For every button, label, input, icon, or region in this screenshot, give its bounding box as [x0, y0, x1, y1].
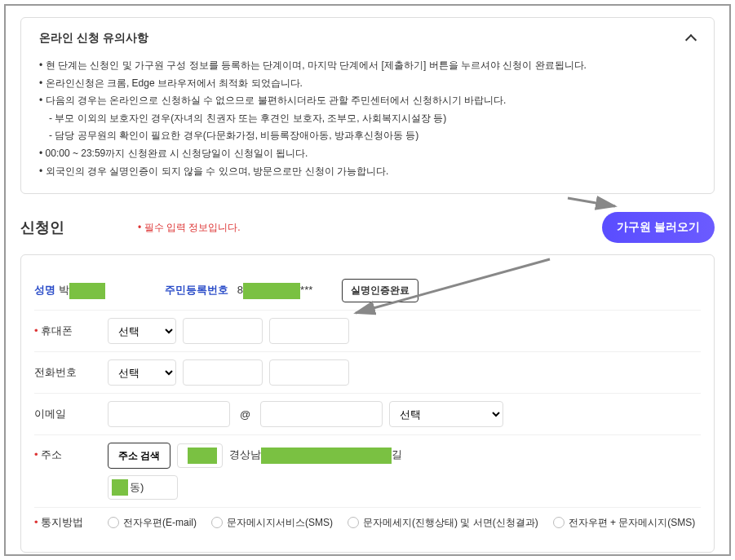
mobile-last-input[interactable] — [269, 318, 349, 344]
label-email: 이메일 — [34, 407, 108, 421]
guide-panel: 온라인 신청 유의사항 • 현 단계는 신청인 및 가구원 구성 정보를 등록하… — [20, 17, 715, 194]
row-name-ssn: 성명 박 주민등록번호 8*** 실명인증완료 — [34, 271, 701, 311]
tel-mid-input[interactable] — [183, 359, 263, 386]
required-note: • 필수 입력 정보입니다. — [138, 221, 241, 235]
applicant-title: 신청인 — [20, 218, 64, 237]
row-mobile: 휴대폰 선택 — [34, 311, 701, 352]
email-domain-select[interactable]: 선택 — [389, 401, 503, 427]
guide-notes: • 현 단계는 신청인 및 가구원 구성 정보를 등록하는 단계이며, 마지막 … — [39, 57, 696, 180]
chevron-up-icon — [684, 33, 696, 44]
label-ssn: 주민등록번호 8*** — [165, 283, 312, 299]
note-sub: - 부모 이외의 보호자인 경우(자녀의 친권자 또는 후견인 보호자, 조부모… — [39, 110, 696, 128]
address-text: 경상남길 — [229, 448, 402, 464]
redacted-address — [261, 448, 392, 464]
svg-line-0 — [568, 198, 615, 206]
note-text: 현 단계는 신청인 및 가구원 구성 정보를 등록하는 단계이며, 마지막 단계… — [46, 60, 587, 71]
applicant-section-head: 신청인 • 필수 입력 정보입니다. 가구원 불러오기 — [20, 212, 715, 243]
label-notice: 통지방법 — [34, 515, 108, 530]
email-local-input[interactable] — [108, 401, 230, 427]
guide-title: 온라인 신청 유의사항 — [39, 31, 148, 46]
row-tel: 전화번호 선택 — [34, 352, 701, 394]
row-address: 주소 주소 검색 경상남길 동) — [34, 435, 701, 508]
note-text: 외국인의 경우 실명인증이 되지 않을 수 있으며, 방문으로만 신청이 가능합… — [46, 165, 389, 177]
label-mobile: 휴대폰 — [34, 324, 108, 338]
notice-option-both[interactable]: 전자우편 + 문자메시지(SMS) — [553, 516, 696, 530]
redacted-postcode — [177, 443, 223, 468]
label-address: 주소 — [34, 443, 108, 462]
note-text: 다음의 경우는 온라인으로 신청하실 수 없으므로 불편하시더라도 관할 주민센… — [46, 95, 507, 106]
row-notice: 통지방법 전자우편(E-mail) 문자메시지서비스(SMS) 문자메세지(진행… — [34, 508, 701, 537]
guide-header[interactable]: 온라인 신청 유의사항 — [39, 31, 696, 46]
radio-icon — [108, 517, 119, 528]
radio-icon — [348, 517, 359, 528]
address-detail: 동) — [108, 475, 178, 500]
notice-option-sms[interactable]: 문자메시지서비스(SMS) — [211, 516, 333, 530]
address-search-button[interactable]: 주소 검색 — [108, 443, 170, 469]
note-text: 온라인신청은 크롬, Edge 브라우저에서 최적화 되었습니다. — [46, 77, 303, 89]
tel-last-input[interactable] — [269, 359, 349, 386]
load-members-button[interactable]: 가구원 불러오기 — [602, 212, 715, 243]
tel-prefix-select[interactable]: 선택 — [108, 359, 176, 386]
radio-icon — [211, 517, 223, 528]
redacted-name — [69, 283, 105, 299]
identity-verified-badge: 실명인증완료 — [342, 279, 418, 302]
mobile-prefix-select[interactable]: 선택 — [108, 318, 176, 344]
note-sub: - 담당 공무원의 확인이 필요한 경우(다문화가정, 비등록장애아동, 방과후… — [39, 127, 696, 145]
redacted-ssn — [243, 283, 300, 299]
mobile-mid-input[interactable] — [183, 318, 263, 344]
radio-icon — [553, 517, 565, 528]
label-name: 성명 박 — [34, 283, 108, 299]
row-email: 이메일 @ 선택 — [34, 394, 701, 435]
notice-option-mixed[interactable]: 문자메세지(진행상태) 및 서면(신청결과) — [348, 516, 538, 530]
email-domain-input[interactable] — [260, 401, 383, 427]
note-text: 00:00 ~ 23:59까지 신청완료 시 신청당일이 신청일이 됩니다. — [46, 148, 308, 159]
label-tel: 전화번호 — [34, 365, 108, 380]
notice-option-email[interactable]: 전자우편(E-mail) — [108, 516, 197, 530]
applicant-form: 성명 박 주민등록번호 8*** 실명인증완료 휴대폰 선택 — [20, 254, 715, 553]
at-sign: @ — [237, 408, 254, 421]
